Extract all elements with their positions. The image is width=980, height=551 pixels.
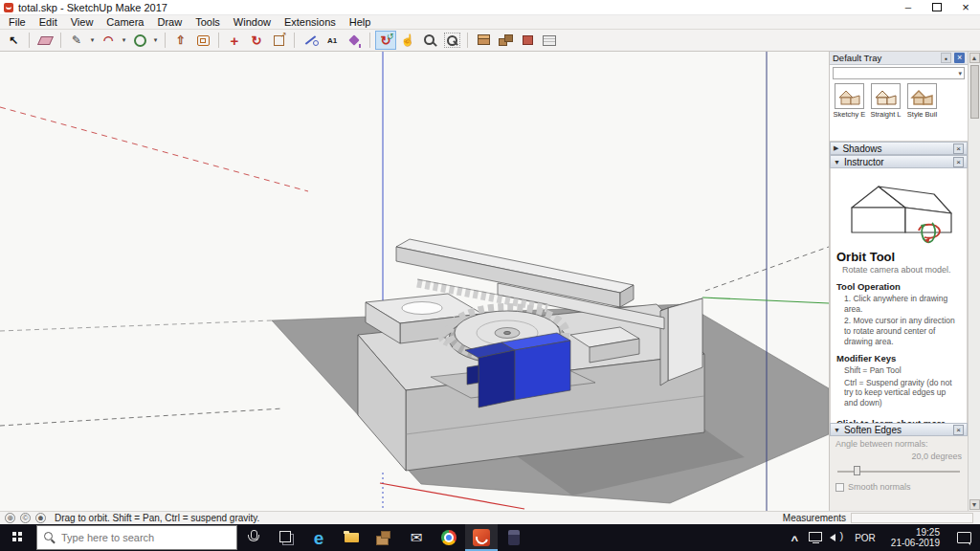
rotate-icon — [249, 33, 265, 48]
extension-warehouse-tool-button[interactable] — [517, 31, 538, 50]
menu-view[interactable]: View — [64, 16, 100, 28]
claim-credit-icon[interactable] — [20, 513, 31, 523]
style-thumbnail-sketchy-edges[interactable]: Sketchy E — [833, 83, 866, 119]
tray-close-icon[interactable]: × — [954, 53, 965, 63]
expand-arrow-icon: ▼ — [834, 159, 840, 165]
pan-tool-button[interactable] — [397, 31, 418, 50]
push-pull-tool-button[interactable] — [170, 31, 191, 50]
zoom-tool-button[interactable] — [419, 31, 440, 50]
action-center-button[interactable] — [947, 527, 980, 548]
instructor-panel-header[interactable]: ▼ Instructor × — [830, 155, 968, 168]
calculator-taskbar-icon[interactable] — [498, 524, 530, 551]
make-component-tool-button[interactable] — [473, 31, 494, 50]
sign-in-icon[interactable] — [35, 513, 46, 523]
menu-extensions[interactable]: Extensions — [278, 16, 343, 28]
offset-tool-button[interactable] — [192, 31, 213, 50]
language-indicator[interactable]: POR — [847, 533, 883, 543]
tool-operation-step: 1. Click anywhere in drawing area. — [844, 294, 961, 314]
orbit-tool-button[interactable] — [375, 31, 396, 50]
volume-icon — [826, 527, 847, 548]
minimize-button[interactable] — [894, 0, 923, 14]
styles-dropdown[interactable]: ▾ — [833, 67, 965, 79]
shadows-panel-header[interactable]: ▶ Shadows × — [830, 142, 968, 155]
style-thumbnail-style-builder[interactable]: Style Buil — [905, 83, 939, 119]
zoom-extents-icon — [444, 33, 460, 48]
style-thumbnail-straight-lines[interactable]: Straight L — [869, 83, 902, 119]
arc-dropdown[interactable]: ▾ — [120, 36, 128, 44]
edge-taskbar-icon[interactable] — [302, 524, 335, 551]
clock[interactable]: 19:25 21-06-2019 — [883, 527, 947, 548]
maximize-button[interactable] — [923, 0, 951, 14]
boxes-icon — [373, 527, 394, 548]
window-titlebar[interactable]: total.skp - SketchUp Make 2017 — [0, 0, 980, 15]
menu-draw[interactable]: Draw — [150, 16, 189, 28]
tape-measure-tool-button[interactable] — [300, 31, 321, 50]
menu-edit[interactable]: Edit — [33, 16, 64, 28]
menu-camera[interactable]: Camera — [100, 16, 150, 28]
taskbar-search[interactable] — [36, 525, 237, 550]
menu-help[interactable]: Help — [343, 16, 378, 28]
geolocate-icon[interactable] — [5, 513, 15, 523]
file-explorer-taskbar-icon[interactable] — [335, 524, 368, 551]
move-icon — [227, 33, 243, 48]
scale-tool-button[interactable] — [268, 31, 289, 50]
measurements-input[interactable] — [851, 513, 973, 523]
text-tool-button[interactable] — [322, 31, 343, 50]
arc-tool-button[interactable] — [98, 31, 119, 50]
paint-bucket-tool-button[interactable] — [344, 31, 365, 50]
soften-slider-handle[interactable] — [854, 466, 860, 475]
smooth-normals-checkbox[interactable] — [835, 483, 844, 492]
model-info-tool-button[interactable] — [539, 31, 560, 50]
tool-operation-heading: Tool Operation — [836, 281, 961, 292]
scrollbar-thumb[interactable] — [970, 65, 979, 119]
boxes-taskbar-icon[interactable] — [368, 524, 400, 551]
scale-icon — [271, 33, 287, 48]
drawing-area[interactable] — [0, 52, 829, 511]
rotate-tool-button[interactable] — [246, 31, 267, 50]
task-view-taskbar-icon[interactable] — [270, 524, 302, 551]
mail-taskbar-icon[interactable] — [400, 524, 433, 551]
scroll-down-icon[interactable]: ▼ — [969, 499, 980, 510]
instructor-close-icon[interactable]: × — [953, 157, 964, 167]
eraser-icon — [37, 33, 54, 48]
instructor-content: Orbit Tool Rotate camera about model. To… — [830, 168, 968, 423]
instructor-tool-desc: Rotate camera about model. — [842, 265, 961, 275]
microphone-icon — [243, 527, 264, 548]
select-tool-button[interactable] — [3, 31, 24, 50]
menubar: FileEditViewCameraDrawToolsWindowExtensi… — [0, 15, 980, 30]
soften-edges-panel-header[interactable]: ▼ Soften Edges × — [830, 423, 968, 436]
microphone-button[interactable] — [237, 524, 270, 551]
volume-tray-icon[interactable] — [826, 527, 847, 548]
toolbar-separator — [165, 33, 166, 48]
chrome-taskbar-icon[interactable] — [433, 524, 465, 551]
shapes-dropdown[interactable]: ▾ — [151, 36, 160, 44]
shadows-close-icon[interactable]: × — [953, 143, 964, 154]
viewport-canvas[interactable] — [0, 52, 829, 511]
menu-tools[interactable]: Tools — [189, 16, 227, 28]
default-tray-header[interactable]: Default Tray ▪ × — [830, 52, 968, 65]
sketchup-taskbar-icon[interactable] — [465, 524, 498, 551]
network-tray-icon[interactable] — [805, 527, 826, 548]
line-dropdown[interactable]: ▾ — [88, 36, 97, 44]
zoom-extents-tool-button[interactable] — [441, 31, 462, 50]
menu-window[interactable]: Window — [227, 16, 278, 28]
soften-edges-close-icon[interactable]: × — [953, 425, 964, 435]
style-label: Straight L — [870, 110, 901, 119]
3d-warehouse-tool-button[interactable] — [495, 31, 516, 50]
chrome-icon — [438, 527, 459, 548]
hidden-icons-tray-icon[interactable] — [784, 527, 805, 548]
angle-slider[interactable] — [837, 465, 960, 476]
shapes-tool-button[interactable] — [129, 31, 150, 50]
windows-taskbar: POR 19:25 21-06-2019 — [0, 524, 980, 551]
menu-file[interactable]: File — [2, 16, 33, 28]
scroll-up-icon[interactable]: ▲ — [969, 53, 980, 63]
eraser-tool-button[interactable] — [34, 31, 56, 50]
start-button[interactable] — [0, 524, 36, 551]
file-explorer-icon — [341, 527, 362, 548]
line-tool-button[interactable] — [66, 31, 87, 50]
tray-scrollbar[interactable]: ▲ ▼ — [968, 52, 980, 511]
tray-pin-icon[interactable]: ▪ — [941, 53, 951, 63]
move-tool-button[interactable] — [224, 31, 245, 50]
close-button[interactable] — [951, 0, 980, 14]
search-input[interactable] — [61, 532, 214, 543]
